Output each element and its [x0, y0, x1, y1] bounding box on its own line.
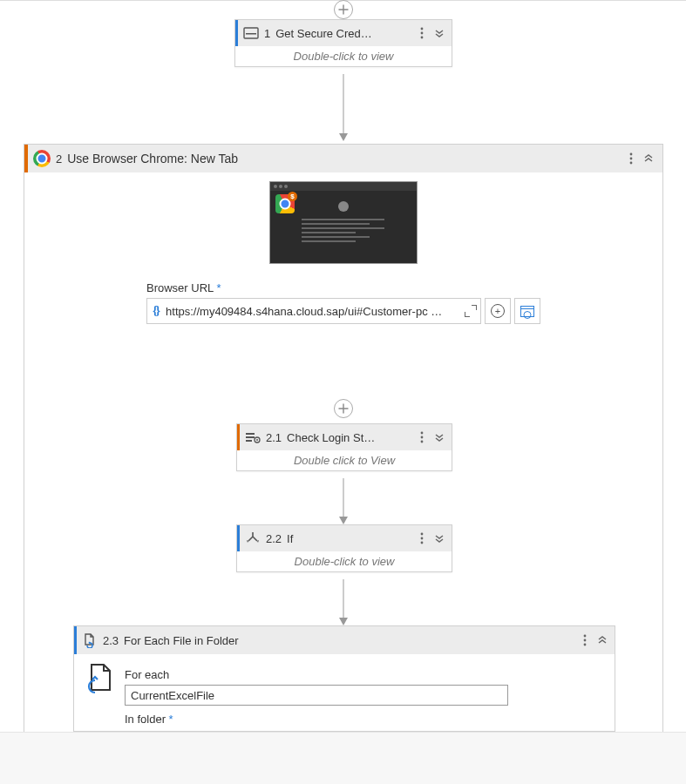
for-each-label: For each	[125, 668, 602, 681]
browser-url-label: Browser URL *	[146, 281, 540, 294]
svg-point-20	[421, 537, 424, 540]
add-url-button[interactable]: +	[485, 298, 511, 324]
svg-point-18	[421, 441, 424, 443]
svg-rect-12	[246, 436, 255, 438]
url-value: https://my409484.s4hana.cloud.sap/ui#Cus…	[166, 305, 459, 318]
more-menu-button[interactable]	[413, 429, 431, 446]
required-indicator: *	[216, 281, 221, 294]
svg-point-17	[421, 436, 424, 439]
svg-point-3	[421, 32, 424, 35]
badge-icon: $	[288, 192, 297, 201]
input-dialog-icon	[243, 25, 259, 41]
activity-hint: Double-click to view	[237, 551, 452, 571]
svg-point-6	[630, 158, 633, 160]
branch-icon	[245, 531, 261, 546]
for-each-variable-input[interactable]	[125, 685, 508, 706]
activity-number: 2.1	[266, 431, 282, 444]
activity-title: For Each File in Folder	[124, 634, 571, 647]
activity-title: Check Login St…	[287, 431, 408, 444]
file-loop-icon	[82, 632, 98, 648]
svg-rect-11	[246, 433, 255, 435]
activity-title: Get Secure Cred…	[275, 27, 408, 40]
connector-arrow	[343, 478, 344, 517]
more-menu-button[interactable]	[576, 632, 594, 649]
activity-check-login-status[interactable]: 2.1 Check Login St… Double click to View	[236, 423, 452, 471]
svg-point-5	[630, 153, 633, 156]
connector-arrow	[343, 579, 344, 618]
activity-number: 2.2	[266, 532, 282, 545]
activity-number: 2	[56, 152, 62, 166]
svg-point-24	[584, 644, 587, 646]
svg-point-16	[421, 432, 424, 435]
arrow-head-icon	[339, 133, 348, 141]
svg-point-7	[630, 162, 633, 165]
svg-point-21	[421, 542, 424, 544]
collapse-button[interactable]	[431, 24, 448, 42]
app-logo-icon	[338, 201, 349, 212]
svg-point-23	[584, 639, 587, 642]
activity-number: 1	[264, 27, 270, 40]
svg-point-22	[584, 635, 587, 638]
activity-use-browser-chrome[interactable]: 2 Use Browser Chrome: New Tab $	[24, 144, 663, 733]
browse-url-button[interactable]	[514, 298, 540, 324]
svg-point-2	[421, 28, 424, 30]
workflow-canvas[interactable]: 1 Get Secure Cred… Double-click to view …	[0, 0, 686, 732]
svg-rect-13	[246, 440, 252, 442]
collapse-button[interactable]	[431, 530, 448, 547]
activity-number: 2.3	[103, 634, 119, 647]
activity-hint: Double click to View	[237, 450, 452, 470]
file-upload-icon	[86, 663, 116, 696]
more-menu-button[interactable]	[622, 150, 640, 167]
chrome-icon	[33, 150, 51, 167]
arrow-head-icon	[339, 618, 348, 625]
browser-globe-icon	[520, 306, 534, 317]
collapse-up-button[interactable]	[594, 632, 611, 649]
activity-get-secure-credential[interactable]: 1 Get Secure Cred… Double-click to view	[234, 19, 452, 67]
activity-title: Use Browser Chrome: New Tab	[67, 152, 617, 166]
collapse-button[interactable]	[431, 429, 448, 446]
svg-rect-1	[246, 33, 256, 35]
browser-url-input[interactable]: {} https://my409484.s4hana.cloud.sap/ui#…	[146, 298, 481, 324]
bottom-panel	[0, 732, 686, 784]
activity-if[interactable]: 2.2 If Double-click to view	[236, 524, 452, 572]
more-menu-button[interactable]	[413, 530, 431, 547]
arrow-head-icon	[339, 517, 348, 524]
check-state-icon	[245, 429, 261, 445]
add-activity-button-top[interactable]	[334, 0, 353, 19]
connector-arrow	[343, 74, 343, 133]
activity-hint: Double-click to view	[235, 46, 452, 66]
required-indicator: *	[169, 713, 173, 726]
in-folder-label: In folder *	[125, 713, 602, 726]
activity-title: If	[287, 532, 408, 545]
add-activity-button-inner[interactable]	[334, 399, 353, 418]
svg-point-4	[421, 37, 424, 39]
activity-for-each-file-in-folder[interactable]: 2.3 For Each File in Folder	[73, 625, 615, 732]
browser-screenshot-thumbnail[interactable]: $	[269, 181, 418, 264]
svg-point-19	[421, 533, 424, 536]
collapse-up-button[interactable]	[640, 150, 657, 167]
expand-editor-icon[interactable]	[465, 305, 477, 317]
more-menu-button[interactable]	[413, 24, 431, 42]
svg-point-15	[256, 439, 258, 441]
expression-icon: {}	[151, 304, 160, 318]
